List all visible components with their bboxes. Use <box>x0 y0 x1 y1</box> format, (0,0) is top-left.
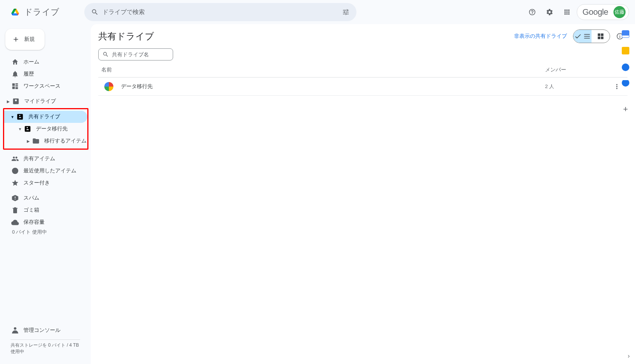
nav-shared-with-me[interactable]: 共有アイテム <box>0 153 85 165</box>
list-view-button[interactable] <box>573 30 592 43</box>
hidden-shared-drives-link[interactable]: 非表示の共有ドライブ <box>514 33 567 40</box>
search-icon <box>87 8 102 16</box>
nav-admin-console[interactable]: 管理コンソール <box>0 324 85 336</box>
main-content: 共有ドライブ 非表示の共有ドライブ 名前 メンバー <box>91 24 635 364</box>
keep-icon[interactable] <box>622 47 629 54</box>
table-row[interactable]: データ移行先 2 人 <box>98 77 627 96</box>
view-toggle <box>573 29 610 43</box>
shared-drive-icon <box>23 125 32 133</box>
nav-home[interactable]: ホーム <box>0 56 85 68</box>
grid-view-button[interactable] <box>592 30 610 43</box>
star-icon <box>11 179 20 187</box>
search-box[interactable] <box>84 3 356 21</box>
sidebar: 新規 ホーム 履歴 ワークスペース ▶ マイドライブ <box>0 24 91 364</box>
row-name: データ移行先 <box>121 83 545 90</box>
app-name: ドライブ <box>24 6 59 18</box>
chevron-down-icon[interactable]: ▼ <box>9 115 15 119</box>
nav-my-drive[interactable]: ▶ マイドライブ <box>0 95 85 107</box>
nav-trash[interactable]: ゴミ箱 <box>0 204 85 216</box>
support-icon[interactable] <box>525 5 540 20</box>
hide-panel-icon[interactable]: › <box>628 353 630 359</box>
contacts-icon[interactable] <box>622 80 629 88</box>
nav-recent[interactable]: 最近使用したアイテム <box>0 165 85 177</box>
right-side-panel: + › <box>616 24 635 364</box>
google-brand: Google <box>580 7 610 17</box>
storage-usage-text: 0 バイト 使用中 <box>0 228 91 239</box>
get-addons-icon[interactable]: + <box>623 104 628 114</box>
home-icon <box>11 58 20 66</box>
shared-drive-icon <box>15 113 25 121</box>
admin-icon <box>11 327 20 334</box>
column-members: メンバー <box>545 67 609 73</box>
cloud-icon <box>11 218 20 226</box>
highlight-annotation: ▼ 共有ドライブ ▼ データ移行先 ▶ 移行するアイテム <box>3 108 88 150</box>
people-icon <box>11 155 20 163</box>
spam-icon <box>11 194 20 202</box>
column-name[interactable]: 名前 <box>101 67 545 73</box>
settings-icon[interactable] <box>542 5 557 20</box>
table-header: 名前 メンバー <box>98 60 627 77</box>
search-input[interactable] <box>102 9 338 15</box>
calendar-icon[interactable] <box>622 30 629 38</box>
bell-icon <box>11 70 20 78</box>
page-title: 共有ドライブ <box>98 30 514 42</box>
workspace-icon <box>11 82 20 90</box>
filter-input[interactable] <box>112 51 169 57</box>
nav-spam[interactable]: スパム <box>0 192 85 204</box>
filter-shared-drive-name[interactable] <box>98 48 173 60</box>
drive-logo-icon <box>8 5 23 20</box>
avatar: 佐藤 <box>613 6 626 18</box>
nav-starred[interactable]: スター付き <box>0 177 85 189</box>
chevron-right-icon[interactable]: ▶ <box>25 139 31 143</box>
apps-icon[interactable] <box>559 5 575 20</box>
nav-data-destination[interactable]: ▼ データ移行先 <box>4 123 87 135</box>
shared-drive-theme-icon <box>104 82 113 91</box>
folder-icon <box>31 137 40 145</box>
tasks-icon[interactable] <box>622 64 629 71</box>
nav-activity[interactable]: 履歴 <box>0 68 85 80</box>
clock-icon <box>11 167 20 175</box>
new-button-label: 新規 <box>24 36 35 43</box>
account-switcher[interactable]: Google 佐藤 <box>577 4 629 20</box>
search-options-icon[interactable] <box>338 8 353 16</box>
search-icon <box>102 51 109 58</box>
new-button[interactable]: 新規 <box>5 29 45 50</box>
nav-storage[interactable]: 保存容量 <box>0 216 85 228</box>
mydrive-icon <box>11 98 20 105</box>
trash-icon <box>11 206 20 214</box>
storage-footer-text: 共有ストレージを 0 バイト / 4 TB 使用中 <box>0 342 91 355</box>
search-wrap <box>84 3 356 21</box>
header-actions: Google 佐藤 <box>525 4 632 20</box>
nav-migrate-items[interactable]: ▶ 移行するアイテム <box>4 135 87 147</box>
logo-area[interactable]: ドライブ <box>3 5 84 20</box>
nav-workspaces[interactable]: ワークスペース <box>0 80 85 92</box>
nav-shared-drives[interactable]: ▼ 共有ドライブ <box>4 111 87 123</box>
app-header: ドライブ Google 佐藤 <box>0 0 635 24</box>
chevron-down-icon[interactable]: ▼ <box>17 127 23 131</box>
chevron-right-icon[interactable]: ▶ <box>5 99 11 104</box>
row-members: 2 人 <box>545 83 609 90</box>
